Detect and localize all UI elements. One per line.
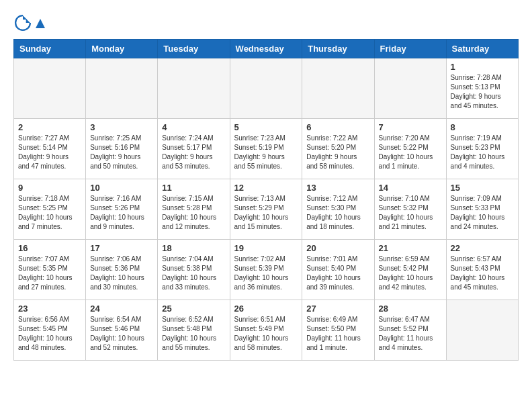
day-number: 21 — [379, 243, 442, 253]
day-cell: 9Sunrise: 7:18 AM Sunset: 5:25 PM Daylig… — [14, 179, 86, 240]
week-row-2: 9Sunrise: 7:18 AM Sunset: 5:25 PM Daylig… — [14, 179, 519, 240]
day-number: 7 — [379, 122, 442, 132]
col-saturday: Saturday — [446, 40, 518, 58]
day-number: 11 — [162, 183, 225, 193]
day-cell: 20Sunrise: 7:01 AM Sunset: 5:40 PM Dayli… — [302, 240, 374, 300]
day-number: 28 — [379, 304, 442, 314]
day-number: 17 — [90, 243, 153, 253]
day-cell: 18Sunrise: 7:04 AM Sunset: 5:38 PM Dayli… — [158, 240, 230, 300]
day-cell: 27Sunrise: 6:49 AM Sunset: 5:50 PM Dayli… — [302, 300, 374, 361]
day-info: Sunrise: 7:06 AM Sunset: 5:36 PM Dayligh… — [90, 255, 153, 292]
day-info: Sunrise: 6:54 AM Sunset: 5:46 PM Dayligh… — [90, 315, 153, 353]
day-number: 20 — [306, 243, 369, 253]
logo — [13, 13, 46, 32]
day-cell: 14Sunrise: 7:10 AM Sunset: 5:32 PM Dayli… — [374, 179, 446, 240]
day-cell — [14, 58, 86, 119]
logo-triangle-icon — [36, 19, 45, 28]
day-number: 16 — [18, 243, 81, 253]
day-info: Sunrise: 7:02 AM Sunset: 5:39 PM Dayligh… — [234, 255, 298, 292]
day-cell — [446, 300, 518, 361]
day-cell: 28Sunrise: 6:47 AM Sunset: 5:52 PM Dayli… — [374, 300, 446, 361]
day-cell: 12Sunrise: 7:13 AM Sunset: 5:29 PM Dayli… — [230, 179, 302, 240]
day-number: 3 — [90, 122, 153, 132]
day-cell — [374, 58, 446, 119]
day-info: Sunrise: 6:56 AM Sunset: 5:45 PM Dayligh… — [18, 315, 81, 353]
day-number: 23 — [18, 304, 81, 314]
day-info: Sunrise: 7:22 AM Sunset: 5:20 PM Dayligh… — [306, 134, 369, 171]
day-cell: 3Sunrise: 7:25 AM Sunset: 5:16 PM Daylig… — [86, 119, 158, 179]
day-cell: 22Sunrise: 6:57 AM Sunset: 5:43 PM Dayli… — [446, 240, 518, 300]
day-info: Sunrise: 7:15 AM Sunset: 5:28 PM Dayligh… — [162, 194, 225, 232]
day-cell: 13Sunrise: 7:12 AM Sunset: 5:30 PM Dayli… — [302, 179, 374, 240]
day-cell: 23Sunrise: 6:56 AM Sunset: 5:45 PM Dayli… — [14, 300, 86, 361]
col-wednesday: Wednesday — [230, 40, 302, 58]
page-header — [13, 13, 519, 32]
day-cell — [158, 58, 230, 119]
day-info: Sunrise: 7:27 AM Sunset: 5:14 PM Dayligh… — [18, 134, 81, 171]
day-cell: 11Sunrise: 7:15 AM Sunset: 5:28 PM Dayli… — [158, 179, 230, 240]
day-number: 26 — [234, 304, 298, 314]
day-cell — [302, 58, 374, 119]
day-cell: 21Sunrise: 6:59 AM Sunset: 5:42 PM Dayli… — [374, 240, 446, 300]
svg-marker-0 — [36, 19, 45, 28]
day-info: Sunrise: 7:16 AM Sunset: 5:26 PM Dayligh… — [90, 194, 153, 232]
col-thursday: Thursday — [302, 40, 374, 58]
day-number: 1 — [451, 62, 514, 72]
day-info: Sunrise: 7:19 AM Sunset: 5:23 PM Dayligh… — [451, 134, 514, 171]
day-info: Sunrise: 6:52 AM Sunset: 5:48 PM Dayligh… — [162, 315, 225, 353]
day-number: 12 — [234, 183, 298, 193]
col-friday: Friday — [374, 40, 446, 58]
day-info: Sunrise: 7:23 AM Sunset: 5:19 PM Dayligh… — [234, 134, 298, 171]
day-number: 24 — [90, 304, 153, 314]
day-number: 5 — [234, 122, 298, 132]
day-cell: 7Sunrise: 7:20 AM Sunset: 5:22 PM Daylig… — [374, 119, 446, 179]
day-info: Sunrise: 7:28 AM Sunset: 5:13 PM Dayligh… — [451, 73, 514, 111]
day-info: Sunrise: 7:25 AM Sunset: 5:16 PM Dayligh… — [90, 134, 153, 171]
day-cell: 2Sunrise: 7:27 AM Sunset: 5:14 PM Daylig… — [14, 119, 86, 179]
day-cell: 25Sunrise: 6:52 AM Sunset: 5:48 PM Dayli… — [158, 300, 230, 361]
day-info: Sunrise: 7:09 AM Sunset: 5:33 PM Dayligh… — [451, 194, 514, 232]
col-sunday: Sunday — [14, 40, 86, 58]
day-number: 15 — [451, 183, 514, 193]
day-cell: 8Sunrise: 7:19 AM Sunset: 5:23 PM Daylig… — [446, 119, 518, 179]
day-cell: 19Sunrise: 7:02 AM Sunset: 5:39 PM Dayli… — [230, 240, 302, 300]
day-info: Sunrise: 6:59 AM Sunset: 5:42 PM Dayligh… — [379, 255, 442, 292]
day-info: Sunrise: 7:12 AM Sunset: 5:30 PM Dayligh… — [306, 194, 369, 232]
calendar-table: Sunday Monday Tuesday Wednesday Thursday… — [13, 39, 519, 361]
day-number: 25 — [162, 304, 225, 314]
week-row-0: 1Sunrise: 7:28 AM Sunset: 5:13 PM Daylig… — [14, 58, 519, 119]
day-number: 19 — [234, 243, 298, 253]
day-info: Sunrise: 7:20 AM Sunset: 5:22 PM Dayligh… — [379, 134, 442, 171]
day-number: 18 — [162, 243, 225, 253]
day-cell: 6Sunrise: 7:22 AM Sunset: 5:20 PM Daylig… — [302, 119, 374, 179]
day-cell: 26Sunrise: 6:51 AM Sunset: 5:49 PM Dayli… — [230, 300, 302, 361]
col-monday: Monday — [86, 40, 158, 58]
day-number: 14 — [379, 183, 442, 193]
day-info: Sunrise: 7:18 AM Sunset: 5:25 PM Dayligh… — [18, 194, 81, 232]
day-info: Sunrise: 7:01 AM Sunset: 5:40 PM Dayligh… — [306, 255, 369, 292]
day-info: Sunrise: 7:24 AM Sunset: 5:17 PM Dayligh… — [162, 134, 225, 171]
day-number: 4 — [162, 122, 225, 132]
day-cell: 17Sunrise: 7:06 AM Sunset: 5:36 PM Dayli… — [86, 240, 158, 300]
day-number: 6 — [306, 122, 369, 132]
logo-icon — [13, 13, 32, 32]
week-row-1: 2Sunrise: 7:27 AM Sunset: 5:14 PM Daylig… — [14, 119, 519, 179]
day-cell: 16Sunrise: 7:07 AM Sunset: 5:35 PM Dayli… — [14, 240, 86, 300]
calendar-body: 1Sunrise: 7:28 AM Sunset: 5:13 PM Daylig… — [14, 58, 519, 361]
day-cell — [230, 58, 302, 119]
day-cell — [86, 58, 158, 119]
day-info: Sunrise: 7:04 AM Sunset: 5:38 PM Dayligh… — [162, 255, 225, 292]
day-cell: 1Sunrise: 7:28 AM Sunset: 5:13 PM Daylig… — [446, 58, 518, 119]
day-info: Sunrise: 7:07 AM Sunset: 5:35 PM Dayligh… — [18, 255, 81, 292]
logo-text-block — [35, 17, 46, 29]
header-row: Sunday Monday Tuesday Wednesday Thursday… — [14, 40, 519, 58]
day-info: Sunrise: 6:49 AM Sunset: 5:50 PM Dayligh… — [306, 315, 369, 353]
day-number: 22 — [451, 243, 514, 253]
week-row-3: 16Sunrise: 7:07 AM Sunset: 5:35 PM Dayli… — [14, 240, 519, 300]
day-cell: 5Sunrise: 7:23 AM Sunset: 5:19 PM Daylig… — [230, 119, 302, 179]
day-number: 8 — [451, 122, 514, 132]
week-row-4: 23Sunrise: 6:56 AM Sunset: 5:45 PM Dayli… — [14, 300, 519, 361]
day-number: 13 — [306, 183, 369, 193]
day-cell: 24Sunrise: 6:54 AM Sunset: 5:46 PM Dayli… — [86, 300, 158, 361]
day-info: Sunrise: 6:47 AM Sunset: 5:52 PM Dayligh… — [379, 315, 442, 353]
